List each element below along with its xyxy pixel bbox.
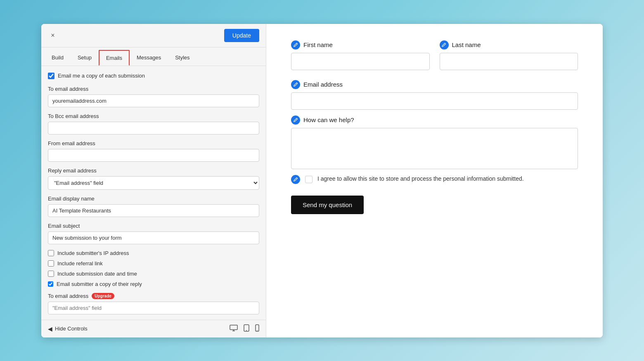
mobile-icon[interactable] <box>255 324 259 333</box>
help-edit-icon[interactable] <box>291 116 300 125</box>
tab-emails[interactable]: Emails <box>99 50 130 66</box>
email-submitter-checkbox[interactable] <box>48 281 53 287</box>
tab-styles[interactable]: Styles <box>168 50 197 66</box>
email-copy-label: Email me a copy of each submission <box>58 73 145 79</box>
help-label: How can we help? <box>303 116 354 123</box>
to-bcc-group: To Bcc email address <box>48 113 259 134</box>
to-email-input[interactable] <box>48 94 259 107</box>
svg-point-4 <box>246 330 247 331</box>
first-name-col: First name <box>291 40 430 70</box>
first-name-label: First name <box>303 41 333 48</box>
display-name-label: Email display name <box>48 196 259 202</box>
close-button[interactable]: × <box>48 31 58 40</box>
consent-row: I agree to allow this site to store and … <box>291 175 578 184</box>
to-email-sub-input[interactable] <box>48 302 259 314</box>
from-email-input[interactable] <box>48 149 259 162</box>
include-datetime-row: Include submission date and time <box>48 271 259 277</box>
reply-email-label: Reply email address <box>48 168 259 174</box>
name-fields-row: First name Last name <box>291 40 578 70</box>
to-bcc-label: To Bcc email address <box>48 113 259 119</box>
upgrade-badge: Upgrade <box>92 293 114 299</box>
from-email-label: From email address <box>48 140 259 146</box>
submit-button-preview[interactable]: Send my question <box>291 196 364 214</box>
reply-email-select[interactable]: "Email address" field <box>48 176 259 190</box>
to-email-label: To email address <box>48 86 259 92</box>
first-name-label-row: First name <box>291 40 430 50</box>
desktop-icon[interactable] <box>230 324 238 333</box>
include-referral-row: Include referral link <box>48 260 259 267</box>
include-datetime-label: Include submission date and time <box>57 271 137 277</box>
display-name-input[interactable] <box>48 204 259 217</box>
help-preview-group: How can we help? <box>291 116 578 169</box>
right-panel: First name Last name <box>266 24 603 337</box>
email-submitter-row: Email submitter a copy of their reply <box>48 281 259 287</box>
form-preview: First name Last name <box>291 40 578 214</box>
last-name-label: Last name <box>452 41 481 48</box>
last-name-edit-icon[interactable] <box>440 40 449 50</box>
tab-messages[interactable]: Messages <box>130 50 168 66</box>
include-referral-label: Include referral link <box>57 260 103 267</box>
to-email-sub-label: To email address <box>48 293 88 299</box>
tab-bar: Build Setup Emails Messages Styles <box>41 47 266 66</box>
first-name-input-preview[interactable] <box>291 53 430 70</box>
email-edit-icon[interactable] <box>291 80 300 89</box>
tab-build[interactable]: Build <box>45 50 71 66</box>
email-submitter-label: Email submitter a copy of their reply <box>57 281 142 287</box>
last-name-label-row: Last name <box>440 40 578 50</box>
left-panel: × Update Build Setup Emails Messages Sty… <box>41 24 266 337</box>
main-container: × Update Build Setup Emails Messages Sty… <box>41 24 603 337</box>
panel-content: Email me a copy of each submission To em… <box>41 66 266 320</box>
include-datetime-checkbox[interactable] <box>48 271 54 277</box>
tab-setup[interactable]: Setup <box>71 50 99 66</box>
panel-header: × Update <box>41 24 266 47</box>
email-preview-label: Email address <box>303 81 343 88</box>
chevron-left-icon: ◀ <box>48 326 52 332</box>
email-subject-group: Email subject <box>48 223 259 244</box>
to-email-submitter-group: To email address Upgrade <box>48 293 259 314</box>
update-button[interactable]: Update <box>224 29 259 42</box>
reply-email-group: Reply email address "Email address" fiel… <box>48 168 259 190</box>
footer-icons <box>230 324 259 333</box>
email-subject-input[interactable] <box>48 231 259 244</box>
to-bcc-input[interactable] <box>48 122 259 134</box>
first-name-edit-icon[interactable] <box>291 40 300 50</box>
email-subject-label: Email subject <box>48 223 259 229</box>
display-name-group: Email display name <box>48 196 259 217</box>
consent-checkbox-preview[interactable] <box>305 176 313 183</box>
email-input-preview[interactable] <box>291 92 578 110</box>
svg-point-6 <box>257 330 258 331</box>
tablet-icon[interactable] <box>244 324 249 333</box>
hide-controls-button[interactable]: ◀ Hide Controls <box>48 326 88 332</box>
svg-rect-0 <box>230 325 237 330</box>
to-email-sub-label-row: To email address Upgrade <box>48 293 259 299</box>
include-ip-row: Include submitter's IP address <box>48 250 259 256</box>
last-name-input-preview[interactable] <box>440 53 578 70</box>
to-email-group: To email address <box>48 86 259 107</box>
include-ip-label: Include submitter's IP address <box>57 250 129 256</box>
help-textarea-preview[interactable] <box>291 128 578 169</box>
email-preview-label-row: Email address <box>291 80 578 89</box>
last-name-col: Last name <box>440 40 578 70</box>
email-preview-group: Email address <box>291 80 578 110</box>
hide-controls-label: Hide Controls <box>55 326 88 332</box>
panel-footer: ◀ Hide Controls <box>41 320 266 337</box>
consent-text: I agree to allow this site to store and … <box>317 175 524 183</box>
consent-edit-icon[interactable] <box>291 175 300 184</box>
include-referral-checkbox[interactable] <box>48 260 54 267</box>
from-email-group: From email address <box>48 140 259 162</box>
include-ip-checkbox[interactable] <box>48 250 54 256</box>
email-copy-row: Email me a copy of each submission <box>48 73 259 79</box>
help-label-row: How can we help? <box>291 116 578 125</box>
email-copy-checkbox[interactable] <box>48 73 54 79</box>
